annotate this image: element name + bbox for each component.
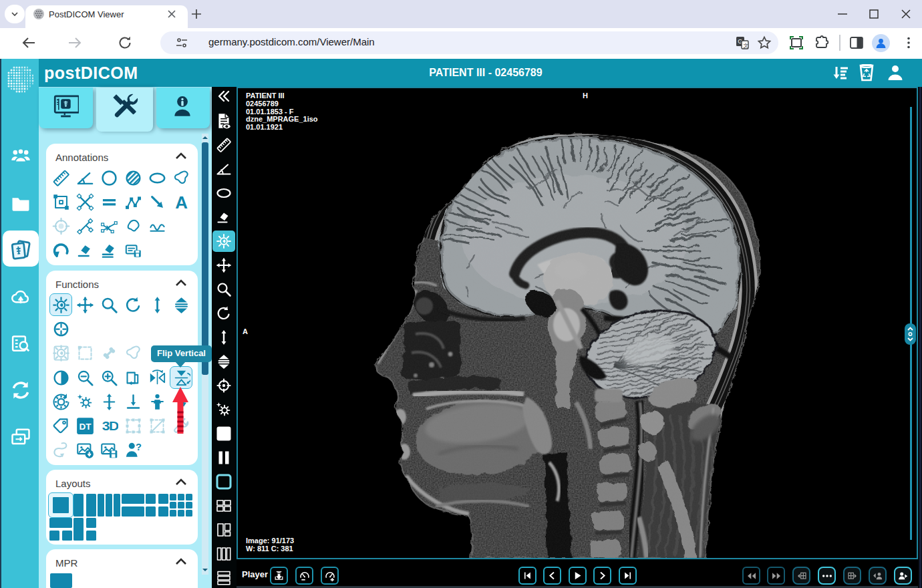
svg-text:A: A [175, 193, 188, 211]
svg-text:3D: 3D [102, 419, 118, 433]
svg-text:?: ? [136, 442, 142, 452]
svg-text:文: 文 [744, 43, 749, 49]
svg-text:DT: DT [80, 422, 92, 432]
